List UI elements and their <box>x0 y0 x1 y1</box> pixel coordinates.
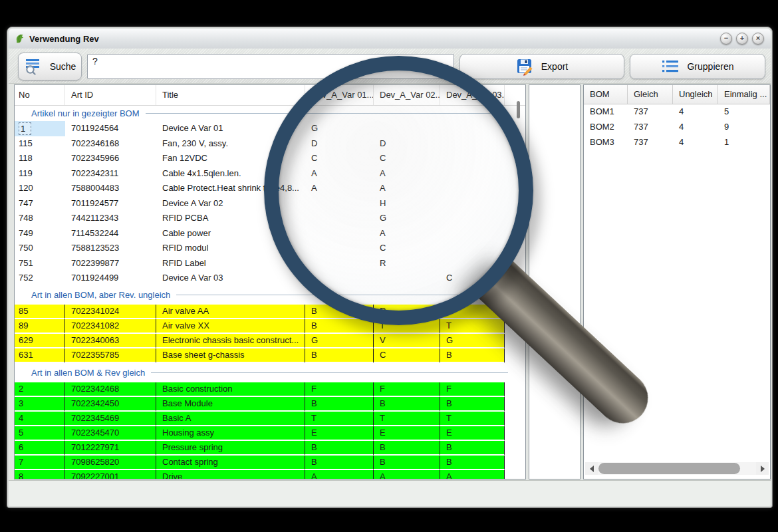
scroll-left-arrow-icon[interactable] <box>585 462 598 475</box>
bom-table-header: BOM Gleich Ungleich Einmalig ... <box>584 85 770 104</box>
group-button-label: Gruppieren <box>687 61 733 72</box>
table-cell <box>440 211 505 226</box>
table-cell: D <box>374 136 440 152</box>
table-cell: F <box>374 382 440 397</box>
table-row[interactable]: 7487442112343RFID PCBAG <box>15 211 505 226</box>
table-cell: T <box>440 319 505 334</box>
scroll-right-arrow-icon[interactable] <box>756 462 769 475</box>
minimize-button[interactable]: − <box>720 33 732 45</box>
titlebar: Verwendung Rev − + × <box>9 29 771 49</box>
table-row[interactable]: 1157022346168Fan, 230 V, assy.DD <box>15 136 505 152</box>
table-row[interactable]: 17011924564Device A Var 01G <box>15 121 505 136</box>
table-cell: 7022342468 <box>65 382 156 397</box>
horizontal-scrollbar[interactable] <box>585 462 769 475</box>
table-row[interactable]: 1197022342311Cable 4x1.5qlen.len.AA <box>15 166 505 182</box>
table-row[interactable]: 1207588004483Cable Protect.Heat shrink t… <box>15 181 505 196</box>
search-input[interactable]: ? <box>87 54 454 79</box>
table-row[interactable]: 37022342450Base ModuleBBB <box>15 397 505 412</box>
table-cell: C <box>305 151 374 166</box>
vertical-scrollbar-thumb[interactable] <box>517 101 520 118</box>
table-cell: 119 <box>15 166 65 182</box>
table-row[interactable]: 857022341024Air valve AABRR <box>15 305 505 319</box>
table-cell: A <box>305 181 374 196</box>
bom-column-header[interactable]: Gleich <box>628 85 673 104</box>
table-cell: Base Module <box>156 397 305 412</box>
window-controls: − + × <box>720 33 764 45</box>
table-cell: Electronic chassis basic construct... <box>156 334 305 348</box>
table-row[interactable]: 77098625820Contact springBBB <box>15 456 505 470</box>
table-cell: 85 <box>15 305 65 319</box>
bom-column-header[interactable]: Einmalig ... <box>718 85 770 104</box>
table-cell: Cable 4x1.5qlen.len. <box>156 166 305 182</box>
table-cell: RFID modul <box>156 241 305 256</box>
bom-column-header[interactable]: BOM <box>584 85 628 104</box>
table-cell: Basic A <box>156 412 305 426</box>
search-button[interactable]: Suche <box>18 53 82 80</box>
table-cell: 7011924499 <box>65 271 156 286</box>
table-cell: Basic construction <box>156 382 305 397</box>
table-cell: B <box>440 441 505 456</box>
table-cell: 118 <box>15 151 65 166</box>
export-button[interactable]: Export <box>459 54 624 79</box>
table-cell <box>440 226 505 241</box>
table-row[interactable]: 27022342468Basic constructionFFF <box>15 382 505 397</box>
table-row[interactable]: 897022341082Air valve XXBTT <box>15 319 505 334</box>
table-row[interactable]: 57022345470Housing assyEEE <box>15 426 505 441</box>
column-header-dev2[interactable]: Dev_A_Var 02... <box>374 85 440 105</box>
middle-panel <box>529 84 581 479</box>
table-row[interactable]: 7527011924499Device A Var 03C <box>15 271 505 286</box>
table-cell: RFID PCBA <box>156 211 305 226</box>
table-cell: R <box>440 305 505 319</box>
table-row[interactable]: 7497114532244Cable powerA <box>15 226 505 241</box>
table-cell: 750 <box>15 241 65 256</box>
close-button[interactable]: × <box>752 33 764 45</box>
table-cell: G <box>440 334 505 348</box>
horizontal-scrollbar-track[interactable] <box>598 462 756 475</box>
bom-table-row[interactable]: BOM373741 <box>584 134 770 150</box>
maximize-button[interactable]: + <box>736 33 748 45</box>
table-cell: A <box>374 226 440 241</box>
bom-table-cell: 737 <box>628 119 673 134</box>
bom-table-row[interactable]: BOM273749 <box>584 119 770 134</box>
table-row[interactable]: 1187022345966Fan 12VDCCC <box>15 151 505 166</box>
table-cell <box>305 241 374 256</box>
table-cell: 7022345966 <box>65 151 156 166</box>
selected-cell-focus: 1 <box>19 122 31 135</box>
bom-table-cell: BOM3 <box>584 134 628 150</box>
table-row[interactable]: 47022345469Basic ATTT <box>15 412 505 426</box>
column-header-dev3[interactable]: Dev_A_Var 03... <box>440 85 505 105</box>
section-header-label: Art in allen BOM, aber Rev. ungleich <box>15 290 170 300</box>
table-cell <box>440 136 505 152</box>
bom-table-cell: 5 <box>718 104 770 119</box>
table-cell: 7022355785 <box>65 348 156 363</box>
column-header-no[interactable]: No <box>15 85 65 105</box>
table-cell: 752 <box>15 271 65 286</box>
table-cell: 7588123523 <box>65 241 156 256</box>
table-row[interactable]: 7507588123523RFID modulC <box>15 241 505 256</box>
table-cell: 2 <box>15 382 65 397</box>
table-row[interactable]: 6297022340063Electronic chassis basic co… <box>15 334 505 348</box>
section-header: Art in allen BOM & Rev gleich <box>15 363 525 382</box>
table-cell: 7011924577 <box>65 196 156 211</box>
horizontal-scrollbar-thumb[interactable] <box>598 463 740 474</box>
column-header-dev1[interactable]: Dev_A_Var 01... <box>305 85 374 105</box>
table-row[interactable]: 67012227971Pressure springBBB <box>15 441 505 456</box>
table-row[interactable]: 7517022399877RFID LabelR <box>15 256 505 271</box>
app-window: Verwendung Rev − + × Suche ? <box>7 27 773 508</box>
bom-table-row[interactable]: BOM173745 <box>584 104 770 119</box>
table-row[interactable]: 7477011924577Device A Var 02H <box>15 196 505 211</box>
table-cell: C <box>374 151 440 166</box>
group-button[interactable]: Gruppieren <box>630 54 765 79</box>
table-cell: G <box>305 121 374 136</box>
bom-column-header[interactable]: Ungleich <box>673 85 718 104</box>
table-cell: R <box>374 305 440 319</box>
table-cell: E <box>440 426 505 441</box>
column-header-title[interactable]: Title <box>156 85 305 105</box>
table-cell: C <box>374 348 440 363</box>
table-row[interactable]: 6317022355785Base sheet g-chassisBCB <box>15 348 505 363</box>
table-row[interactable]: 87092227001DriveAAA <box>15 470 505 479</box>
table-cell: 5 <box>15 426 65 441</box>
column-header-artid[interactable]: Art ID <box>65 85 156 105</box>
table-cell: F <box>305 382 374 397</box>
toolbar: Suche ? Export <box>9 49 771 84</box>
